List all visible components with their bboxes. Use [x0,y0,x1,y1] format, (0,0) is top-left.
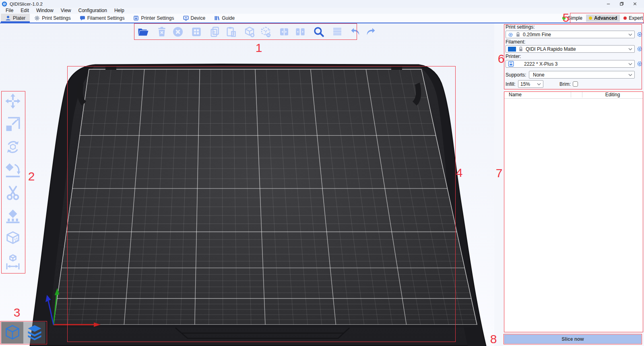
open-project-icon[interactable] [136,25,151,39]
filament-select[interactable]: QIDI PLA Rapido Matte [506,45,635,53]
menu-bar: File Edit Window View Configuration Help [0,8,644,14]
restore-button[interactable] [615,0,628,8]
tab-guide[interactable]: Guide [210,14,239,23]
filament-color-swatch [508,47,516,52]
filament-icon [80,15,85,21]
measure-icon[interactable] [4,253,22,271]
close-button[interactable] [628,0,642,8]
tab-device[interactable]: Device [179,14,210,23]
mode-selector: Simple Advanced Expert [562,14,644,23]
print-configuration: Print settings: 0.20mm Fine Filament: QI… [494,23,644,88]
printer-icon [508,61,514,67]
chevron-down-icon [628,33,632,36]
tab-print-settings[interactable]: Print Settings [30,14,75,23]
tab-bar: Plater Print Settings Filament Settings … [0,14,644,23]
column-separator [571,92,571,97]
build-plate[interactable] [54,69,477,325]
remove-instance-icon[interactable] [258,25,273,39]
top-toolbar [136,24,378,39]
printer-label: Printer: [506,54,643,60]
expert-dot-icon [623,17,627,20]
print-settings-label: Print settings: [506,24,643,30]
mode-simple[interactable]: Simple [562,15,582,21]
print-settings-select[interactable]: 0.20mm Fine [506,31,635,38]
viewport-3d[interactable] [0,23,494,346]
tab-filament-settings[interactable]: Filament Settings [75,14,129,23]
object-list[interactable]: Name Editing [504,91,643,332]
supports-select[interactable]: None [529,71,635,79]
menu-file[interactable]: File [2,8,17,14]
chevron-down-icon [628,74,632,76]
printer-settings-icon [133,15,139,21]
fuzzy-skin-icon[interactable] [4,230,22,248]
scale-icon[interactable] [4,115,22,133]
cut-icon[interactable] [4,184,22,202]
bed-front-edge [54,325,477,327]
device-icon [183,15,189,21]
guide-icon [214,15,220,21]
plater-icon [5,15,11,21]
tab-plater[interactable]: Plater [1,14,30,23]
slice-now-button[interactable]: Slice now [504,335,641,344]
tab-label: Guide [222,15,235,21]
delete-all-icon[interactable] [171,25,185,39]
mode-label: Simple [568,15,582,21]
paint-supports-icon[interactable] [4,207,22,225]
brim-label: Brim: [559,81,571,87]
advanced-dot-icon [589,17,592,20]
split-to-parts-icon[interactable] [293,25,308,39]
infill-value: 15% [520,81,535,87]
mode-label: Advanced [594,15,617,21]
printer-value: 2222 * X-Plus 3 [524,61,626,67]
redo-icon[interactable] [363,25,378,39]
lock-icon [518,46,523,52]
supports-value: None [531,72,626,78]
preview-view-button[interactable] [23,322,45,344]
window-title: QIDISlicer-1.0.2 [10,2,43,6]
add-instance-icon[interactable] [242,25,257,39]
split-to-objects-icon[interactable] [277,25,291,39]
rotate-icon[interactable] [4,138,22,156]
mode-expert[interactable]: Expert [623,15,643,21]
column-name: Name [504,92,522,97]
tab-printer-settings[interactable]: Printer Settings [129,14,178,23]
menu-edit[interactable]: Edit [17,8,33,14]
menu-help[interactable]: Help [111,8,128,14]
filament-gear-button[interactable] [637,46,643,52]
infill-select[interactable]: 15% [518,80,543,88]
minimize-button[interactable] [602,0,615,8]
chevron-down-icon [537,83,541,85]
tab-label: Print Settings [42,15,70,21]
menu-window[interactable]: Window [33,8,57,14]
menu-view[interactable]: View [57,8,75,14]
cube-icon [4,324,21,341]
infill-label: Infill: [506,81,518,87]
supports-label: Supports: [506,72,529,78]
right-panel: Print settings: 0.20mm Fine Filament: QI… [494,23,644,346]
printer-gear-button[interactable] [637,61,643,67]
lock-icon [516,32,520,37]
build-plate-scene [0,23,494,346]
arrange-icon[interactable] [189,25,204,39]
move-icon[interactable] [4,92,22,110]
copy-icon[interactable] [208,25,222,39]
chevron-down-icon [628,48,632,50]
print-settings-gear-button[interactable] [637,31,643,37]
filament-label: Filament: [506,39,643,45]
paste-icon[interactable] [224,25,238,39]
brim-checkbox[interactable] [573,81,578,87]
3d-editor-view-button[interactable] [1,322,23,344]
mode-advanced[interactable]: Advanced [586,15,620,22]
search-icon[interactable] [312,25,326,39]
filament-value: QIDI PLA Rapido Matte [526,46,626,52]
delete-icon[interactable] [155,25,169,39]
print-settings-value: 0.20mm Fine [523,32,626,37]
menu-configuration[interactable]: Configuration [75,8,111,14]
printer-select[interactable]: 2222 * X-Plus 3 [506,60,635,68]
window-controls [602,0,642,8]
title-bar: QIDISlicer-1.0.2 [0,0,644,8]
undo-icon[interactable] [349,25,363,39]
left-toolbar [2,92,24,271]
variable-layer-height-icon[interactable] [330,25,345,39]
place-on-face-icon[interactable] [4,161,22,179]
